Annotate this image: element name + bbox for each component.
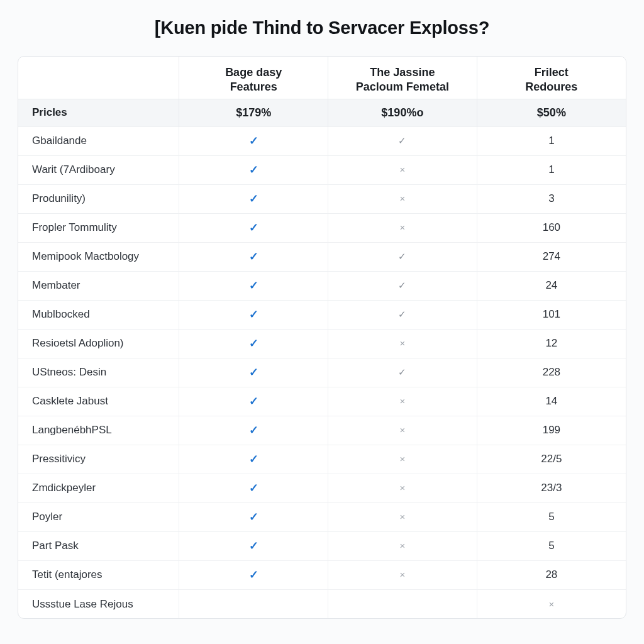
check-icon: ✓ xyxy=(249,395,258,408)
check-icon: ✓ xyxy=(249,569,258,581)
feature-label: Casklete Jabust xyxy=(18,387,179,416)
cell-plan-1: ✓ xyxy=(179,416,328,445)
check-icon: ✓ xyxy=(398,309,406,319)
check-icon: ✓ xyxy=(249,221,258,234)
cell-plan-3: 22/5 xyxy=(477,445,626,474)
cell-plan-2: × xyxy=(328,329,477,358)
table-row: Ussstue Lase Rejous× xyxy=(18,589,626,618)
table-row: Resioetsl Adoplion)✓×12 xyxy=(18,329,626,358)
table-row: Part Pask✓×5 xyxy=(18,531,626,560)
value-text: 274 xyxy=(543,250,560,262)
check-icon: ✓ xyxy=(398,367,406,377)
cell-plan-3: 28 xyxy=(477,560,626,589)
cell-plan-1: ✓ xyxy=(179,184,328,213)
cell-plan-1: ✓ xyxy=(179,502,328,531)
cell-plan-2 xyxy=(328,589,477,618)
table-row: Zmdickpeyler✓×23/3 xyxy=(18,474,626,502)
check-icon: ✓ xyxy=(249,192,258,205)
cell-plan-2: × xyxy=(328,416,477,445)
header-blank xyxy=(18,57,179,99)
feature-label: Poyler xyxy=(18,502,179,531)
value-text: 23/3 xyxy=(541,482,562,494)
feature-label: LangbenébhPSL xyxy=(18,416,179,445)
check-icon: ✓ xyxy=(249,366,258,379)
plan-name-line2: Redoures xyxy=(484,80,619,94)
check-icon: ✓ xyxy=(398,251,406,262)
check-icon: ✓ xyxy=(249,424,258,436)
cross-icon: × xyxy=(399,396,405,406)
comparison-table-container: Bage dasy Features The Jassine Pacloum F… xyxy=(18,56,626,619)
cell-plan-3: 1 xyxy=(477,126,626,155)
feature-label: Warit (7Ardiboary xyxy=(18,155,179,184)
cell-plan-2: ✓ xyxy=(328,300,477,329)
cross-icon: × xyxy=(399,569,405,580)
table-row: Mublbocked✓✓101 xyxy=(18,300,626,329)
cross-icon: × xyxy=(399,425,405,435)
plan-name-line1: Bage dasy xyxy=(186,65,321,80)
feature-label: Ussstue Lase Rejous xyxy=(18,589,179,618)
feature-label: Membater xyxy=(18,271,179,300)
cell-plan-1: ✓ xyxy=(179,329,328,358)
check-icon: ✓ xyxy=(249,482,258,494)
cell-plan-1: ✓ xyxy=(179,213,328,242)
check-icon: ✓ xyxy=(249,308,258,321)
cell-plan-2: ✓ xyxy=(328,126,477,155)
cross-icon: × xyxy=(399,222,405,233)
cell-plan-1: ✓ xyxy=(179,271,328,300)
feature-label: Tetit (entajores xyxy=(18,560,179,589)
cell-plan-3: 14 xyxy=(477,387,626,416)
cell-plan-2: ✓ xyxy=(328,358,477,387)
table-row: Memipook Mactbology✓✓274 xyxy=(18,242,626,271)
price-row: Pricles $179% $190%o $50% xyxy=(18,99,626,126)
cell-plan-1: ✓ xyxy=(179,560,328,589)
cell-plan-1: ✓ xyxy=(179,300,328,329)
feature-label: Mublbocked xyxy=(18,300,179,329)
plan-header-2: The Jassine Pacloum Femetal xyxy=(328,57,477,99)
cell-plan-3: 1 xyxy=(477,155,626,184)
check-icon: ✓ xyxy=(249,511,258,523)
table-row: Fropler Tommulity✓×160 xyxy=(18,213,626,242)
cell-plan-3: 160 xyxy=(477,213,626,242)
value-text: 1 xyxy=(548,164,554,175)
value-text: 22/5 xyxy=(541,453,562,465)
cell-plan-1: ✓ xyxy=(179,474,328,502)
plan-header-row: Bage dasy Features The Jassine Pacloum F… xyxy=(18,57,626,99)
check-icon: ✓ xyxy=(249,337,258,350)
feature-label: Resioetsl Adoplion) xyxy=(18,329,179,358)
plan-header-3: Frilect Redoures xyxy=(477,57,626,99)
feature-label: Pressitivicy xyxy=(18,445,179,474)
table-row: Casklete Jabust✓×14 xyxy=(18,387,626,416)
cell-plan-2: × xyxy=(328,155,477,184)
check-icon: ✓ xyxy=(249,540,258,552)
plan-name-line1: Frilect xyxy=(484,65,619,80)
cell-plan-1: ✓ xyxy=(179,358,328,387)
cell-plan-1: ✓ xyxy=(179,445,328,474)
cell-plan-1: ✓ xyxy=(179,155,328,184)
plan-name-line2: Features xyxy=(186,80,321,94)
cell-plan-3: 199 xyxy=(477,416,626,445)
value-text: 160 xyxy=(543,221,560,233)
value-text: 3 xyxy=(548,192,554,204)
value-text: 14 xyxy=(545,395,557,407)
table-row: Tetit (entajores✓×28 xyxy=(18,560,626,589)
value-text: 12 xyxy=(545,337,557,349)
cross-icon: × xyxy=(399,511,405,522)
cell-plan-2: × xyxy=(328,560,477,589)
price-row-label: Pricles xyxy=(18,99,179,126)
value-text: 1 xyxy=(548,135,554,147)
cell-plan-2: × xyxy=(328,213,477,242)
feature-label: Fropler Tommulity xyxy=(18,213,179,242)
plan-price-1: $179% xyxy=(179,99,328,126)
cell-plan-3: 24 xyxy=(477,271,626,300)
cell-plan-2: × xyxy=(328,531,477,560)
cell-plan-2: ✓ xyxy=(328,242,477,271)
cell-plan-1: ✓ xyxy=(179,242,328,271)
feature-label: Gbaildande xyxy=(18,126,179,155)
check-icon: ✓ xyxy=(249,164,258,176)
table-body: Gbaildande✓✓1Warit (7Ardiboary✓×1Produni… xyxy=(18,126,626,618)
table-row: Produnility)✓×3 xyxy=(18,184,626,213)
cross-icon: × xyxy=(399,482,405,493)
cell-plan-3: 12 xyxy=(477,329,626,358)
cross-icon: × xyxy=(399,193,405,204)
cell-plan-1 xyxy=(179,589,328,618)
